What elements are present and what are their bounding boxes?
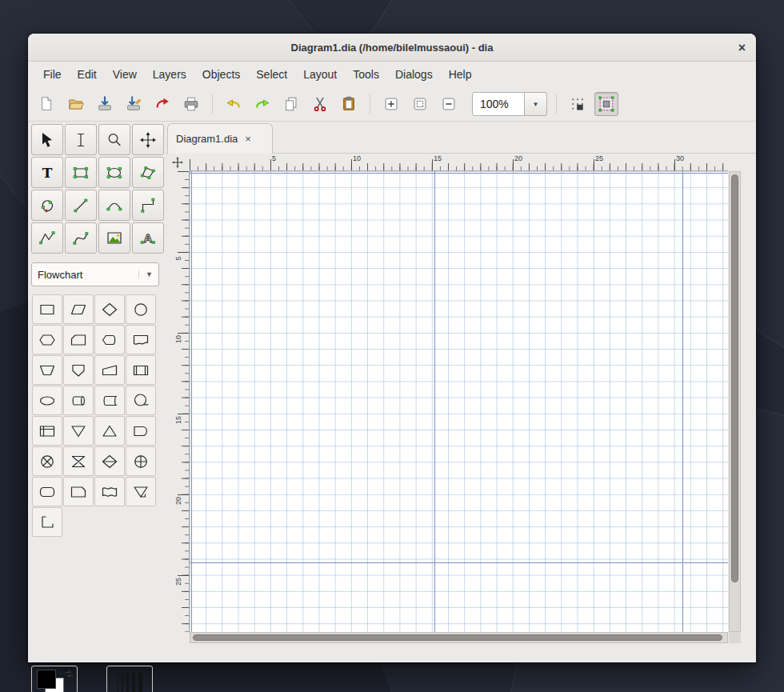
tool-arc[interactable] — [98, 190, 130, 221]
print-diagram-button[interactable] — [179, 92, 203, 116]
shape-transmittal-tape[interactable] — [126, 477, 156, 506]
line-width-option[interactable] — [122, 672, 123, 692]
tool-line[interactable] — [65, 190, 97, 221]
vertical-scrollbar-thumb[interactable] — [731, 174, 738, 582]
redo-button[interactable] — [250, 92, 274, 116]
shape-off-page-connector[interactable] — [63, 355, 94, 385]
window-close-button[interactable]: × — [738, 34, 746, 62]
menu-help[interactable]: Help — [441, 64, 480, 85]
export-diagram-button[interactable] — [150, 92, 174, 116]
tool-scroll[interactable] — [132, 124, 164, 155]
open-diagram-button[interactable] — [64, 92, 88, 116]
new-diagram-button[interactable] — [35, 92, 59, 116]
shape-connector[interactable] — [126, 294, 156, 324]
tool-text-edit[interactable] — [65, 124, 97, 155]
shape-delay[interactable] — [126, 416, 156, 446]
shape-manual-operation[interactable] — [32, 355, 62, 385]
vertical-scrollbar[interactable] — [729, 171, 741, 632]
tool-polygon[interactable] — [132, 157, 164, 188]
shape-extract[interactable] — [94, 416, 125, 446]
menu-view[interactable]: View — [105, 64, 145, 85]
foreground-color-swatch[interactable] — [37, 670, 56, 689]
tool-polyline[interactable] — [31, 222, 63, 254]
menu-select[interactable]: Select — [248, 64, 295, 85]
horizontal-scrollbar[interactable] — [190, 632, 728, 643]
menu-layout[interactable]: Layout — [295, 64, 345, 85]
shape-or[interactable] — [126, 446, 156, 476]
shape-predefined-process[interactable] — [126, 355, 156, 385]
shape-summing-junction[interactable] — [32, 446, 62, 476]
swap-colors-icon[interactable] — [64, 669, 74, 679]
shape-internal-storage[interactable] — [32, 416, 62, 446]
ruler-label: 20 — [514, 154, 522, 162]
zoom-level-input[interactable]: 100% — [472, 92, 525, 116]
titlebar[interactable]: Diagram1.dia (/home/bilelmussaoui) - dia… — [28, 34, 756, 62]
shape-display[interactable] — [94, 325, 125, 354]
printer-icon — [182, 95, 200, 113]
zoom-in-button[interactable] — [379, 92, 403, 116]
zoom-dropdown-button[interactable]: ▼ — [525, 92, 547, 116]
zoom-out-button[interactable] — [437, 92, 461, 116]
tool-image[interactable] — [98, 222, 130, 254]
save-diagram-button[interactable] — [93, 92, 117, 116]
shape-offline-storage[interactable] — [32, 507, 62, 537]
shape-process[interactable] — [32, 294, 62, 324]
tool-modify[interactable] — [31, 124, 63, 155]
tool-text[interactable]: T — [31, 157, 63, 188]
shape-input-output[interactable] — [63, 294, 94, 324]
shape-alternate-process[interactable] — [32, 477, 62, 506]
chevron-down-icon: ▼ — [138, 270, 153, 278]
tool-ellipse[interactable] — [98, 157, 130, 188]
tool-outline[interactable]: A — [132, 222, 164, 254]
shape-punched-card[interactable] — [63, 325, 94, 354]
menu-edit[interactable]: Edit — [70, 64, 105, 85]
menu-objects[interactable]: Objects — [194, 64, 248, 85]
shape-stored-data[interactable] — [94, 386, 125, 415]
duplicate-button[interactable] — [279, 92, 303, 116]
snap-to-objects-button[interactable] — [594, 92, 618, 116]
tool-bezierline[interactable] — [65, 222, 97, 254]
shape-card[interactable] — [63, 477, 94, 506]
tool-box[interactable] — [65, 157, 97, 188]
line-width-option[interactable] — [138, 672, 142, 692]
best-fit-button[interactable] — [408, 92, 432, 116]
shape-document[interactable] — [126, 325, 156, 354]
shape-punched-tape[interactable] — [94, 477, 125, 506]
ruler-label: 30 — [676, 154, 684, 162]
save-diagram-as-button[interactable] — [122, 92, 146, 116]
tab-close-icon[interactable]: × — [245, 133, 251, 145]
color-selector[interactable] — [31, 666, 78, 692]
shape-terminal[interactable] — [32, 386, 62, 415]
snap-to-objects-icon — [598, 95, 615, 113]
line-width-option[interactable] — [118, 672, 118, 692]
shape-decision[interactable] — [94, 294, 125, 324]
menu-file[interactable]: File — [35, 64, 70, 85]
polyline-tool-icon — [38, 229, 57, 248]
tool-beziergon[interactable] — [31, 190, 63, 221]
line-width-option[interactable] — [132, 672, 135, 692]
line-width-selector[interactable] — [106, 666, 153, 692]
diagram-canvas[interactable] — [190, 171, 728, 632]
sheet-selector[interactable]: Flowchart ▼ — [31, 262, 159, 286]
menu-layers[interactable]: Layers — [145, 64, 194, 85]
tool-magnify[interactable] — [98, 124, 130, 155]
cut-button[interactable] — [308, 92, 332, 116]
shape-manual-input[interactable] — [94, 355, 125, 385]
tool-zigzagline[interactable] — [132, 190, 164, 221]
shape-collate[interactable] — [63, 446, 94, 476]
line-width-option[interactable] — [126, 672, 129, 692]
punched-card-icon — [69, 330, 88, 350]
shape-sort[interactable] — [94, 446, 125, 476]
undo-button[interactable] — [222, 92, 246, 116]
toggle-grid-button[interactable] — [566, 92, 590, 116]
shape-preparation[interactable] — [32, 325, 62, 354]
menu-tools[interactable]: Tools — [345, 64, 387, 85]
diagram-tab[interactable]: Diagram1.dia × — [167, 123, 273, 154]
horizontal-scrollbar-thumb[interactable] — [193, 634, 722, 641]
ruler-origin — [166, 154, 190, 171]
menu-dialogs[interactable]: Dialogs — [387, 64, 441, 85]
shape-magnetic-tape[interactable] — [126, 386, 156, 415]
paste-button[interactable] — [337, 92, 361, 116]
shape-merge[interactable] — [63, 416, 94, 446]
shape-magnetic-drum[interactable] — [63, 386, 94, 415]
